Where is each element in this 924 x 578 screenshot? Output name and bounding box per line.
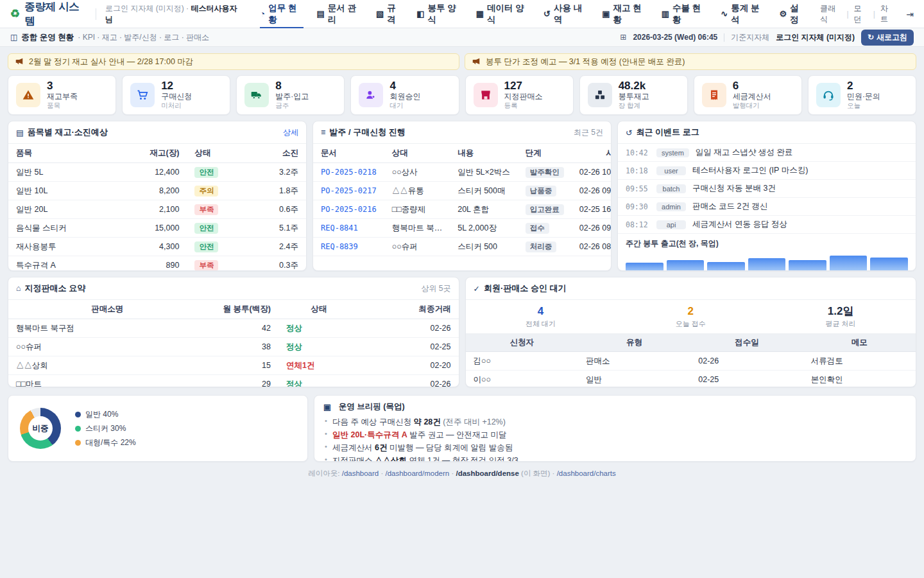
- nav-ledger-status[interactable]: ▥수불 현황: [662, 0, 708, 28]
- legend-label: 스티커 30%: [85, 423, 126, 434]
- nav-label: 규격: [387, 3, 403, 26]
- briefing-item: 다음 주 예상 구매신청 약 28건 (전주 대비 +12%): [323, 416, 907, 428]
- stores-top5-label: 상위 5곳: [421, 283, 450, 294]
- stores-panel: ⌂ 지정판매소 요약 상위 5곳 판매소명 월 봉투(백장) 상태 최종거래 행…: [8, 277, 459, 387]
- store-icon: [474, 83, 498, 107]
- col-header: 접수일: [690, 334, 803, 352]
- inventory-panel: ▤ 품목별 재고·소진예상 상세 품목 재고(장) 상태 소진 일반 5L12,…: [8, 121, 307, 271]
- nav-data-form[interactable]: ▦데이터 양식: [476, 0, 530, 28]
- col-header: 최종거래: [359, 300, 458, 319]
- doc-link[interactable]: PO-2025-0216: [321, 205, 377, 214]
- datetime-label: 2026-03-25 (Wed) 06:45: [633, 33, 717, 42]
- status-badge: 안전: [194, 241, 218, 252]
- bar-wed: [707, 262, 745, 271]
- kpi-bag-stock[interactable]: 48.2k봉투재고장 합계: [579, 75, 688, 115]
- mode-classic-link[interactable]: 클래식: [815, 3, 846, 25]
- dot: ·: [552, 469, 557, 477]
- kpi-complaints[interactable]: 2민원·문의오늘: [808, 75, 916, 115]
- order-row: PO-2025-0218○○상사일반 5L×2박스발주확인02-26 10:20: [313, 163, 612, 182]
- bar-sun: [870, 258, 908, 271]
- col-header: 시각: [572, 144, 612, 163]
- history-icon: ↺: [543, 9, 551, 19]
- inventory-row: 일반 20L2,100부족0.6주: [8, 200, 306, 219]
- footer-link-dashboard[interactable]: /dashboard: [342, 469, 379, 477]
- nav-document-mgmt[interactable]: ▤문서 관리: [317, 0, 363, 28]
- kpi-sub: 미처리: [161, 101, 192, 110]
- stage-badge: 발주확인: [526, 167, 564, 178]
- logout-icon[interactable]: ⇥: [906, 9, 914, 19]
- inventory-detail-link[interactable]: 상세: [283, 127, 298, 138]
- kpi-designated-stores[interactable]: 127지정판매소등록: [465, 75, 574, 115]
- event-tag: user: [656, 166, 686, 175]
- col-header: 상태: [278, 300, 359, 319]
- chart-line-icon: ∿: [721, 9, 728, 19]
- recycle-logo-icon: ♻: [10, 7, 20, 21]
- kpi-label: 재고부족: [47, 92, 78, 101]
- mode-modern-link[interactable]: 모던: [849, 3, 873, 25]
- doc-link[interactable]: PO-2025-0217: [321, 186, 377, 195]
- nav-usage-history[interactable]: ↺사용 내역: [543, 0, 588, 28]
- nav-stats-analysis[interactable]: ∿통계 분석: [721, 0, 766, 28]
- login-info: 로그인 지자체 (미지정) · 테스터사용자님: [105, 3, 239, 25]
- mode-chart-link[interactable]: 차트: [875, 3, 900, 25]
- app-title: 종량제 시스템: [24, 0, 87, 28]
- gauge-icon: ◔: [260, 9, 265, 19]
- chart-title: 주간 봉투 출고(천 장, 목업): [626, 238, 908, 249]
- approvals-panel: ✓ 회원·판매소 승인 대기 4전체 대기 2오늘 접수 1.2일평균 처리 신…: [465, 277, 917, 387]
- doc-link[interactable]: REQ-8839: [321, 242, 358, 251]
- nav-bag-form[interactable]: ◧봉투 양식: [416, 0, 463, 28]
- breadcrumb: · KPI · 재고 · 발주/신청 · 로그 · 판매소: [78, 32, 209, 43]
- kpi-sub: 오늘: [847, 101, 880, 110]
- bar-tue: [667, 260, 705, 271]
- kpi-label: 구매신청: [161, 92, 192, 101]
- nav-work-status[interactable]: ◔업무 현황: [260, 0, 303, 28]
- kpi-purchase-requests[interactable]: 12구매신청미처리: [122, 75, 230, 115]
- nav-settings[interactable]: ⚙설정: [779, 0, 806, 28]
- approval-row: 이○○일반02-25본인확인: [466, 371, 916, 387]
- status-badge: 부족: [194, 204, 218, 215]
- refresh-button[interactable]: ↻ 새로고침: [861, 30, 914, 46]
- footer-link-charts[interactable]: /dashboard/charts: [557, 469, 616, 477]
- kpi-sub: 품목: [47, 101, 78, 110]
- doc-link[interactable]: PO-2025-0218: [321, 168, 377, 177]
- package-icon: ▧: [376, 9, 384, 19]
- footer-link-dense[interactable]: /dashboard/dense: [456, 469, 518, 477]
- event-row: 09:55batch구매신청 자동 분배 3건: [618, 180, 916, 198]
- stage-badge: 접수: [526, 223, 549, 234]
- nav-spec[interactable]: ▧규격: [376, 0, 403, 28]
- panel-title: 운영 브리핑 (목업): [339, 401, 405, 412]
- calendar-icon: ⊞: [620, 33, 626, 42]
- inventory-row: 재사용봉투4,300안전2.4주: [8, 238, 306, 256]
- kpi-low-stock[interactable]: 3재고부족품목: [8, 75, 116, 115]
- kpi-member-approval[interactable]: 4회원승인대기: [350, 75, 459, 115]
- sub-header: ◫ 종합 운영 현황 · KPI · 재고 · 발주/신청 · 로그 · 판매소…: [0, 28, 924, 47]
- kpi-orders-inbound[interactable]: 8발주·입고금주: [236, 75, 345, 115]
- kpi-value: 2: [847, 80, 880, 92]
- nav-stock-status[interactable]: ▣재고 현황: [602, 0, 648, 28]
- legend-label: 대형/특수 22%: [85, 437, 136, 448]
- col-header: 신청자: [466, 334, 578, 352]
- kpi-tax-invoice[interactable]: 6세금계산서발행대기: [694, 75, 802, 115]
- col-header: 단계: [518, 144, 572, 163]
- kpi-value: 3: [47, 80, 78, 92]
- history-icon: ↺: [626, 128, 632, 137]
- notice-text: 2월 말 정기 재고 실사 안내 — 2/28 17:00 마감: [29, 57, 193, 67]
- kpi-sub: 대기: [389, 101, 420, 110]
- store-status: 정상: [286, 342, 302, 351]
- list-icon: ≡: [321, 128, 325, 137]
- stat-label: 전체 대기: [466, 319, 616, 329]
- inventory-row: 특수규격 A890부족0.3주: [8, 256, 306, 272]
- layout-mode-links: 클래식| 모던| 차트: [815, 3, 900, 25]
- order-row: PO-2025-0217△△유통스티커 500매납품중02-26 09:05: [313, 182, 612, 200]
- footer-link-modern[interactable]: /dashboard/modern: [385, 469, 449, 477]
- truck-icon: [244, 83, 269, 107]
- bar-chart: [626, 254, 908, 271]
- kpi-label: 지정판매소: [504, 92, 543, 101]
- layout-footer: 레이아웃: /dashboard · /dashboard/modern · /…: [8, 462, 916, 484]
- approval-row: 김○○판매소02-26서류검토: [466, 352, 916, 371]
- orders-recent-label: 최근 5건: [574, 127, 603, 138]
- boxes-icon: ▣: [602, 9, 610, 19]
- status-badge: 주의: [194, 186, 218, 197]
- notice-banner-inventory-audit: 2월 말 정기 재고 실사 안내 — 2/28 17:00 마감: [8, 53, 459, 70]
- doc-link[interactable]: REQ-8841: [321, 223, 358, 232]
